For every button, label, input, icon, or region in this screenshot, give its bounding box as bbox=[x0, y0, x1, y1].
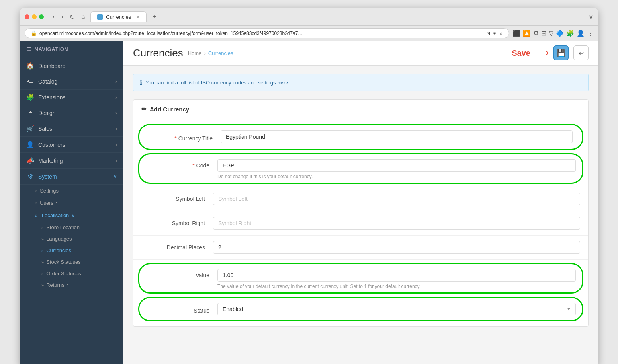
sidebar-sub-sub-item-languages[interactable]: » Languages bbox=[20, 233, 123, 245]
extension-icon-6[interactable]: 🔷 bbox=[556, 29, 564, 37]
menu-icon[interactable]: ⋮ bbox=[587, 29, 593, 37]
address-bar[interactable]: 🔒 opencart.mimocodes.com/admin/index.php… bbox=[25, 28, 509, 38]
sidebar-item-dashboard[interactable]: 🏠 Dashboard bbox=[20, 58, 123, 74]
cast-icon[interactable]: ⊡ bbox=[486, 31, 490, 36]
sidebar-item-extensions[interactable]: 🧩 Extensions › bbox=[20, 90, 123, 105]
address-bar-row: 🔒 opencart.mimocodes.com/admin/index.php… bbox=[20, 26, 598, 41]
new-tab-button[interactable]: + bbox=[150, 12, 160, 21]
code-input[interactable] bbox=[217, 159, 576, 172]
status-highlight-wrapper: Status Enabled Disabled ▼ bbox=[138, 297, 583, 321]
maximize-window-button[interactable] bbox=[39, 14, 44, 19]
sidebar-sub-sub-item-store-location[interactable]: » Store Location bbox=[20, 222, 123, 233]
save-label-text: Save bbox=[512, 49, 530, 58]
symbol-right-input-wrap bbox=[213, 217, 580, 230]
url-display: opencart.mimocodes.com/admin/index.php?r… bbox=[39, 31, 302, 36]
symbol-left-input[interactable] bbox=[213, 193, 580, 205]
tab-title: Currencies bbox=[106, 14, 131, 20]
customers-icon: 👤 bbox=[26, 141, 34, 148]
sidebar-sub-item-settings[interactable]: » Settings bbox=[20, 185, 123, 197]
minimize-window-button[interactable] bbox=[32, 14, 37, 19]
decimal-places-input[interactable] bbox=[213, 241, 580, 254]
browser-tab[interactable]: Currencies ✕ bbox=[90, 11, 147, 22]
extension-icon-2[interactable]: 🔼 bbox=[523, 29, 531, 37]
card-header: ✏ Add Currency bbox=[133, 100, 588, 119]
sidebar-sub-sub-label-currencies: Currencies bbox=[46, 247, 71, 253]
symbol-right-input[interactable] bbox=[213, 217, 580, 230]
back-button[interactable]: ↩ bbox=[573, 45, 589, 60]
symbol-left-row: Symbol Left bbox=[133, 187, 588, 211]
order-statuses-chevron: » bbox=[41, 271, 44, 276]
profile-icon[interactable]: 👤 bbox=[577, 29, 585, 37]
sidebar-item-label-sales: Sales bbox=[38, 126, 52, 132]
status-select[interactable]: Enabled Disabled bbox=[217, 303, 576, 315]
sidebar-sub-sub-item-stock-statuses[interactable]: » Stock Statuses bbox=[20, 256, 123, 268]
alert-info: ℹ You can find a full list of ISO curren… bbox=[133, 74, 589, 91]
sidebar-item-catalog[interactable]: 🏷 Catalog › bbox=[20, 74, 123, 90]
sidebar-sub-item-users[interactable]: » Users › bbox=[20, 197, 123, 209]
browser-window-controls[interactable] bbox=[25, 14, 44, 19]
sidebar-sub-sub-item-returns[interactable]: » Returns › bbox=[20, 279, 123, 291]
sidebar-item-design[interactable]: 🖥 Design › bbox=[20, 105, 123, 121]
sidebar-sub-item-localisation[interactable]: » Localisation ∨ bbox=[20, 209, 123, 222]
tab-close-button[interactable]: ✕ bbox=[136, 14, 140, 20]
breadcrumb-home-link[interactable]: Home bbox=[188, 50, 202, 56]
store-location-chevron: » bbox=[41, 225, 44, 230]
languages-chevron: » bbox=[41, 237, 44, 241]
window-controls-area: ∨ bbox=[589, 13, 593, 21]
top-bar-actions: Save ⟶ 💾 ↩ bbox=[512, 45, 589, 60]
card-title: Add Currency bbox=[150, 106, 189, 113]
sidebar-item-customers[interactable]: 👤 Customers › bbox=[20, 137, 123, 153]
sidebar-item-label-customers: Customers bbox=[38, 142, 65, 148]
catalog-icon: 🏷 bbox=[26, 78, 34, 85]
sidebar-sub-sub-label-order-statuses: Order Statuses bbox=[46, 271, 81, 276]
code-help-text: Do not change if this is your default cu… bbox=[217, 174, 576, 179]
top-bar: Currencies Home › Currencies Save ⟶ 💾 ↩ bbox=[123, 41, 598, 66]
add-currency-card: ✏ Add Currency * Currency Title bbox=[133, 99, 589, 327]
currency-title-label: Currency Title bbox=[178, 135, 213, 142]
apps-icon[interactable]: ⊞ bbox=[493, 31, 497, 36]
sidebar-sub-label-settings: Settings bbox=[40, 188, 59, 194]
sidebar-sub-sub-item-currencies[interactable]: » Currencies bbox=[20, 245, 123, 256]
sidebar-item-marketing[interactable]: 📣 Marketing › bbox=[20, 153, 123, 169]
home-button[interactable]: ⌂ bbox=[79, 12, 88, 21]
sidebar-item-sales[interactable]: 🛒 Sales › bbox=[20, 121, 123, 137]
extension-icon-7[interactable]: 🧩 bbox=[566, 29, 574, 37]
sidebar-sub-label-users: Users bbox=[40, 200, 53, 206]
returns-chevron: » bbox=[41, 283, 44, 288]
value-input[interactable] bbox=[217, 269, 576, 282]
localisation-chevron-icon: ∨ bbox=[71, 212, 75, 218]
extension-icon-5[interactable]: ▽ bbox=[549, 29, 553, 37]
symbol-right-row: Symbol Right bbox=[133, 211, 588, 236]
sidebar-sub-sub-label-returns: Returns bbox=[46, 282, 65, 288]
save-button[interactable]: 💾 bbox=[553, 45, 569, 60]
save-icon: 💾 bbox=[557, 49, 565, 57]
sidebar-sub-label-localisation: Localisation bbox=[42, 212, 69, 218]
currency-title-input[interactable] bbox=[221, 130, 573, 143]
marketing-icon: 📣 bbox=[26, 157, 34, 164]
value-highlight-wrapper: Value The value of your default currency… bbox=[138, 263, 583, 294]
content-area: ℹ You can find a full list of ISO curren… bbox=[123, 66, 598, 364]
sidebar: ☰ NAVIGATION 🏠 Dashboard 🏷 Catalog › 🧩 E… bbox=[20, 41, 123, 364]
sales-icon: 🛒 bbox=[26, 125, 34, 132]
extension-icon-1[interactable]: ⬛ bbox=[512, 29, 520, 37]
extension-icon-3[interactable]: ⚙ bbox=[533, 29, 539, 37]
alert-here-link[interactable]: here bbox=[277, 80, 288, 86]
app-container: ☰ NAVIGATION 🏠 Dashboard 🏷 Catalog › 🧩 E… bbox=[20, 41, 598, 364]
forward-nav-button[interactable]: › bbox=[59, 12, 65, 21]
code-label: Code bbox=[196, 162, 209, 169]
bookmark-icon[interactable]: ☆ bbox=[499, 31, 503, 36]
main-content: Currencies Home › Currencies Save ⟶ 💾 ↩ bbox=[123, 41, 598, 364]
users-double-chevron: » bbox=[35, 201, 37, 206]
browser-titlebar: ‹ › ↻ ⌂ Currencies ✕ + ∨ bbox=[20, 8, 598, 26]
sidebar-item-label-extensions: Extensions bbox=[38, 94, 65, 101]
reload-button[interactable]: ↻ bbox=[67, 12, 77, 21]
close-window-button[interactable] bbox=[25, 14, 29, 19]
currency-title-input-wrap bbox=[221, 130, 573, 143]
sidebar-item-system[interactable]: ⚙ System ∨ bbox=[20, 169, 123, 185]
sidebar-sub-sub-item-order-statuses[interactable]: » Order Statuses bbox=[20, 268, 123, 279]
extension-icon-4[interactable]: ⊞ bbox=[541, 29, 546, 37]
back-nav-button[interactable]: ‹ bbox=[50, 12, 57, 21]
alert-period: . bbox=[288, 80, 290, 86]
sidebar-item-label-dashboard: Dashboard bbox=[38, 63, 66, 69]
sidebar-sub-sub-label-store-location: Store Location bbox=[46, 224, 80, 230]
